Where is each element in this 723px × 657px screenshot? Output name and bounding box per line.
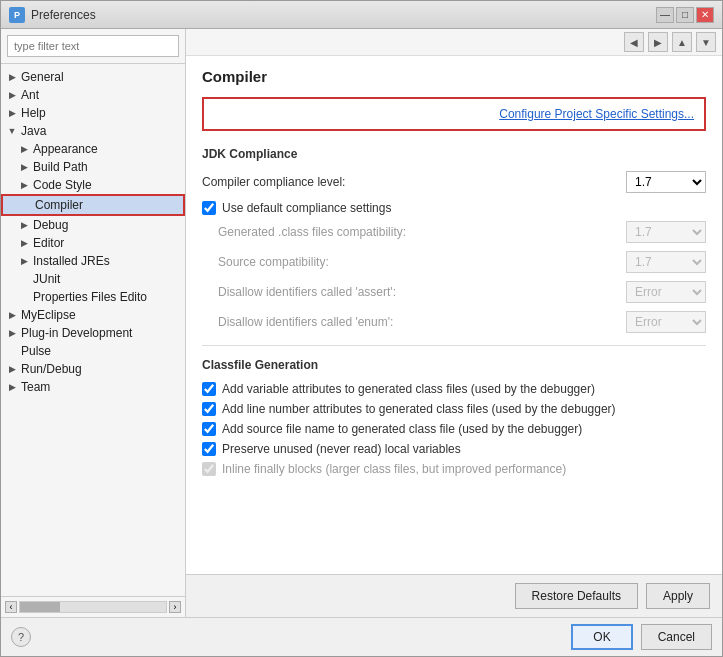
expand-icon-installed-jres: ▶ [17, 254, 31, 268]
scrollbar-track[interactable] [19, 601, 167, 613]
sidebar-label-pulse: Pulse [19, 344, 51, 358]
sidebar-item-installed-jres[interactable]: ▶ Installed JREs [1, 252, 185, 270]
sidebar-label-java: Java [19, 124, 46, 138]
sidebar-item-help[interactable]: ▶ Help [1, 104, 185, 122]
titlebar: P Preferences — □ ✕ [1, 1, 722, 29]
classfile-gen-title: Classfile Generation [202, 358, 706, 372]
jdk-compliance-title: JDK Compliance [202, 147, 706, 161]
use-default-checkbox[interactable] [202, 201, 216, 215]
scroll-left-btn[interactable]: ‹ [5, 601, 17, 613]
cancel-button[interactable]: Cancel [641, 624, 712, 650]
sidebar-item-run-debug[interactable]: ▶ Run/Debug [1, 360, 185, 378]
bottom-buttons: Restore Defaults Apply [186, 574, 722, 617]
sidebar-item-editor[interactable]: ▶ Editor [1, 234, 185, 252]
line-attrs-row: Add line number attributes to generated … [202, 402, 706, 416]
sidebar-label-compiler: Compiler [33, 198, 83, 212]
sidebar-label-debug: Debug [31, 218, 68, 232]
window-title: Preferences [31, 8, 96, 22]
close-button[interactable]: ✕ [696, 7, 714, 23]
sidebar-item-code-style[interactable]: ▶ Code Style [1, 176, 185, 194]
help-button[interactable]: ? [11, 627, 31, 647]
ok-button[interactable]: OK [571, 624, 632, 650]
line-attrs-label: Add line number attributes to generated … [222, 402, 616, 416]
search-input[interactable] [7, 35, 179, 57]
sidebar-item-junit[interactable]: JUnit [1, 270, 185, 288]
preferences-window: P Preferences — □ ✕ ▶ General ▶ [0, 0, 723, 657]
inline-finally-label: Inline finally blocks (larger class file… [222, 462, 566, 476]
sidebar-item-myeclipse[interactable]: ▶ MyEclipse [1, 306, 185, 324]
main-content: Compiler Configure Project Specific Sett… [186, 56, 722, 574]
source-compat-row: Source compatibility: 1.7 [218, 251, 706, 273]
expand-icon-myeclipse: ▶ [5, 308, 19, 322]
scrollbar-thumb [20, 602, 60, 612]
sidebar-label-myeclipse: MyEclipse [19, 308, 76, 322]
expand-icon-general: ▶ [5, 70, 19, 84]
expand-icon-build-path: ▶ [17, 160, 31, 174]
disallow-enum-select: Error [626, 311, 706, 333]
var-attrs-row: Add variable attributes to generated cla… [202, 382, 706, 396]
main-panel: ◀ ▶ ▲ ▼ Compiler Configure Project Speci… [186, 29, 722, 617]
use-default-label: Use default compliance settings [222, 201, 391, 215]
configure-project-link[interactable]: Configure Project Specific Settings... [499, 107, 694, 121]
panel-title: Compiler [202, 68, 706, 85]
expand-icon-run-debug: ▶ [5, 362, 19, 376]
minimize-button[interactable]: — [656, 7, 674, 23]
sidebar-item-team[interactable]: ▶ Team [1, 378, 185, 396]
apply-button[interactable]: Apply [646, 583, 710, 609]
sidebar-label-ant: Ant [19, 88, 39, 102]
sidebar-label-help: Help [19, 106, 46, 120]
sidebar-item-ant[interactable]: ▶ Ant [1, 86, 185, 104]
expand-icon-plugin-dev: ▶ [5, 326, 19, 340]
restore-defaults-button[interactable]: Restore Defaults [515, 583, 638, 609]
preserve-unused-row: Preserve unused (never read) local varia… [202, 442, 706, 456]
expand-icon-team: ▶ [5, 380, 19, 394]
sidebar-item-build-path[interactable]: ▶ Build Path [1, 158, 185, 176]
sidebar-item-general[interactable]: ▶ General [1, 68, 185, 86]
use-default-row: Use default compliance settings [202, 201, 706, 215]
toolbar-forward-btn[interactable]: ▶ [648, 32, 668, 52]
scroll-right-btn[interactable]: › [169, 601, 181, 613]
sidebar-item-debug[interactable]: ▶ Debug [1, 216, 185, 234]
expand-icon-appearance: ▶ [17, 142, 31, 156]
line-attrs-checkbox[interactable] [202, 402, 216, 416]
preserve-unused-label: Preserve unused (never read) local varia… [222, 442, 461, 456]
sidebar-label-team: Team [19, 380, 50, 394]
sidebar-item-appearance[interactable]: ▶ Appearance [1, 140, 185, 158]
titlebar-controls: — □ ✕ [656, 7, 714, 23]
generated-class-row: Generated .class files compatibility: 1.… [218, 221, 706, 243]
expand-icon-java: ▼ [5, 124, 19, 138]
disallow-enum-label: Disallow identifiers called 'enum': [218, 315, 626, 329]
titlebar-left: P Preferences [9, 7, 96, 23]
disallow-assert-row: Disallow identifiers called 'assert': Er… [218, 281, 706, 303]
expand-icon-compiler [19, 198, 33, 212]
sidebar-label-junit: JUnit [31, 272, 60, 286]
sidebar-item-java[interactable]: ▼ Java [1, 122, 185, 140]
toolbar-menu-btn[interactable]: ▼ [696, 32, 716, 52]
maximize-button[interactable]: □ [676, 7, 694, 23]
source-name-label: Add source file name to generated class … [222, 422, 582, 436]
sidebar-label-build-path: Build Path [31, 160, 88, 174]
preserve-unused-checkbox[interactable] [202, 442, 216, 456]
sidebar-item-compiler[interactable]: Compiler [1, 194, 185, 216]
compliance-level-select[interactable]: 1.7 [626, 171, 706, 193]
app-icon: P [9, 7, 25, 23]
expand-icon-ant: ▶ [5, 88, 19, 102]
expand-icon-code-style: ▶ [17, 178, 31, 192]
source-name-checkbox[interactable] [202, 422, 216, 436]
search-box [1, 29, 185, 64]
sidebar-label-plugin-dev: Plug-in Development [19, 326, 132, 340]
sidebar-label-installed-jres: Installed JREs [31, 254, 110, 268]
disallow-assert-select: Error [626, 281, 706, 303]
toolbar-back-btn[interactable]: ◀ [624, 32, 644, 52]
main-toolbar: ◀ ▶ ▲ ▼ [186, 29, 722, 56]
expand-icon-debug: ▶ [17, 218, 31, 232]
toolbar-up-btn[interactable]: ▲ [672, 32, 692, 52]
sidebar-item-pulse[interactable]: Pulse [1, 342, 185, 360]
sidebar-item-plugin-dev[interactable]: ▶ Plug-in Development [1, 324, 185, 342]
var-attrs-label: Add variable attributes to generated cla… [222, 382, 595, 396]
sidebar-item-properties[interactable]: Properties Files Edito [1, 288, 185, 306]
var-attrs-checkbox[interactable] [202, 382, 216, 396]
sidebar-label-general: General [19, 70, 64, 84]
disallow-enum-row: Disallow identifiers called 'enum': Erro… [218, 311, 706, 333]
expand-icon-editor: ▶ [17, 236, 31, 250]
